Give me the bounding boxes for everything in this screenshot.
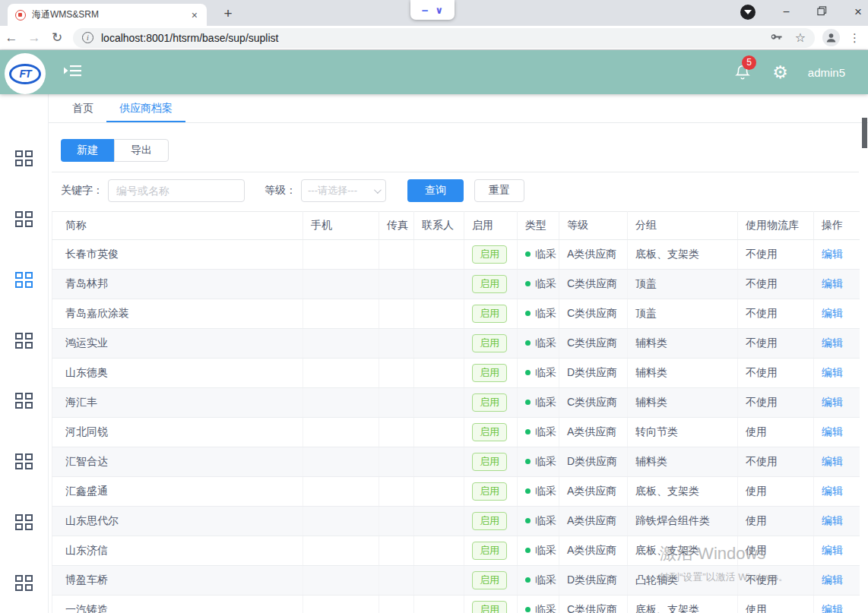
back-icon[interactable]: ← — [0, 30, 23, 46]
edit-link[interactable]: 编辑 — [822, 425, 843, 438]
edit-link[interactable]: 编辑 — [822, 514, 843, 526]
widget-minimize-icon[interactable]: − — [422, 4, 429, 17]
supplier-name-cell: 山东思代尔 — [52, 507, 303, 536]
edit-link[interactable]: 编辑 — [822, 574, 843, 586]
reset-button[interactable]: 重置 — [474, 179, 524, 202]
enabled-badge: 启用 — [472, 245, 507, 264]
supplier-fax-cell — [379, 566, 414, 596]
record-indicator-icon[interactable] — [740, 5, 756, 20]
sidebar-menu-item[interactable] — [0, 250, 48, 311]
supplier-type-cell: 临采 — [518, 299, 559, 329]
supplier-logistics-cell: 使用 — [738, 507, 814, 536]
column-header: 使用物流库 — [738, 212, 814, 240]
sidebar-collapse-icon[interactable] — [64, 64, 82, 81]
table-row[interactable]: 山东思代尔 启用 临采 A类供应商 蹄铁焊合组件类 使用 编辑 — [52, 507, 860, 536]
supplier-level-cell: C类供应商 — [559, 329, 628, 359]
edit-link[interactable]: 编辑 — [822, 366, 843, 378]
supplier-enabled-cell: 启用 — [464, 299, 518, 329]
tab-home[interactable]: 首页 — [59, 94, 106, 122]
enabled-badge: 启用 — [472, 423, 507, 441]
edit-link[interactable]: 编辑 — [822, 307, 843, 319]
edit-link[interactable]: 编辑 — [822, 603, 843, 613]
edit-link[interactable]: 编辑 — [822, 455, 843, 467]
supplier-actions-cell: 编辑 — [814, 240, 860, 270]
table-row[interactable]: 汇鑫盛通 启用 临采 A类供应商 底板、支架类 使用 编辑 — [52, 477, 860, 507]
bookmark-star-icon[interactable]: ☆ — [795, 30, 806, 45]
sidebar-menu-item[interactable] — [0, 552, 48, 613]
table-row[interactable]: 海汇丰 启用 临采 C类供应商 辅料类 不使用 编辑 — [52, 388, 860, 418]
page-scrollbar-thumb[interactable] — [862, 118, 867, 148]
sidebar-menu-item[interactable] — [0, 128, 48, 189]
edit-link[interactable]: 编辑 — [822, 337, 843, 349]
sidebar-menu-item[interactable] — [0, 492, 48, 553]
query-button[interactable]: 查询 — [407, 179, 464, 202]
site-info-icon[interactable]: i — [82, 32, 93, 43]
table-row[interactable]: 博盈车桥 启用 临采 D类供应商 凸轮轴类 不使用 编辑 — [52, 566, 860, 596]
window-minimize-button[interactable]: − — [783, 5, 790, 19]
notification-bell-button[interactable]: 5 — [734, 62, 752, 82]
supplier-actions-cell: 编辑 — [814, 270, 860, 299]
supplier-enabled-cell: 启用 — [464, 329, 518, 359]
url-text[interactable]: localhost:8001/htsrm/base/sup/suplist — [101, 32, 770, 44]
table-row[interactable]: 河北同锐 启用 临采 A类供应商 转向节类 使用 编辑 — [52, 418, 860, 447]
supplier-phone-cell — [303, 359, 379, 388]
password-key-icon[interactable] — [770, 31, 783, 44]
supplier-phone-cell — [303, 240, 379, 270]
tab-supplier-archive[interactable]: 供应商档案 — [106, 94, 185, 122]
supplier-name-cell: 汇鑫盛通 — [52, 477, 303, 507]
supplier-actions-cell: 编辑 — [814, 299, 860, 329]
browser-menu-icon[interactable]: ⋮ — [849, 31, 860, 45]
supplier-group-cell: 辅料类 — [628, 447, 738, 477]
edit-link[interactable]: 编辑 — [822, 485, 843, 497]
current-username[interactable]: admin5 — [808, 66, 845, 79]
browser-tab[interactable]: 海通WMS&SRM × — [8, 4, 207, 26]
address-bar[interactable]: i localhost:8001/htsrm/base/sup/suplist … — [73, 28, 815, 48]
main-panel: 首页 供应商档案 新建 导出 关键字： 等级： ---请选择--- 查询 重置 — [49, 94, 868, 613]
sidebar-menu-item[interactable] — [0, 371, 48, 431]
table-row[interactable]: 长春市英俊 启用 临采 A类供应商 底板、支架类 不使用 编辑 — [52, 240, 860, 270]
edit-link[interactable]: 编辑 — [822, 277, 843, 289]
supplier-name-cell: 汇智合达 — [52, 447, 303, 477]
tab-close-icon[interactable]: × — [190, 9, 199, 21]
new-button[interactable]: 新建 — [61, 139, 114, 162]
supplier-type-cell: 临采 — [518, 240, 559, 270]
supplier-enabled-cell: 启用 — [464, 388, 518, 418]
edit-link[interactable]: 编辑 — [822, 396, 843, 408]
table-row[interactable]: 青岛嘉欣涂装 启用 临采 C类供应商 顶盖 不使用 编辑 — [52, 299, 860, 329]
profile-avatar[interactable] — [822, 29, 840, 46]
window-close-button[interactable]: × — [854, 5, 862, 20]
reload-icon[interactable]: ↻ — [46, 30, 68, 46]
edit-link[interactable]: 编辑 — [822, 544, 843, 556]
supplier-name-cell: 长春市英俊 — [52, 240, 303, 270]
supplier-name-cell: 鸿运实业 — [52, 329, 303, 359]
extension-widget[interactable]: − ∨ — [410, 0, 455, 20]
supplier-fax-cell — [379, 329, 414, 359]
supplier-contact-cell — [414, 447, 464, 477]
settings-gear-icon[interactable]: ⚙ — [772, 64, 788, 81]
supplier-type-cell: 临采 — [518, 566, 559, 596]
supplier-name-cell: 山东济信 — [52, 536, 303, 566]
table-row[interactable]: 青岛林邦 启用 临采 C类供应商 顶盖 不使用 编辑 — [52, 270, 860, 299]
enabled-badge: 启用 — [472, 512, 507, 530]
supplier-contact-cell — [414, 359, 464, 388]
supplier-logistics-cell: 不使用 — [738, 447, 814, 477]
sidebar-menu-item[interactable] — [0, 189, 48, 250]
keyword-input[interactable] — [108, 179, 245, 202]
widget-chevron-down-icon[interactable]: ∨ — [436, 5, 444, 16]
table-row[interactable]: 一汽铸造 启用 临采 C类供应商 底板、支架类 使用 编辑 — [52, 596, 860, 613]
forward-icon[interactable]: → — [23, 30, 46, 46]
supplier-phone-cell — [303, 536, 379, 566]
enabled-badge: 启用 — [472, 334, 507, 352]
table-row[interactable]: 汇智合达 启用 临采 D类供应商 辅料类 不使用 编辑 — [52, 447, 860, 477]
export-button[interactable]: 导出 — [114, 139, 169, 162]
sidebar-menu-item[interactable] — [0, 431, 48, 492]
table-row[interactable]: 鸿运实业 启用 临采 C类供应商 辅料类 不使用 编辑 — [52, 329, 860, 359]
level-select[interactable]: ---请选择--- — [301, 179, 386, 202]
new-tab-button[interactable]: + — [219, 5, 237, 23]
table-row[interactable]: 山东济信 启用 临采 A类供应商 底板、支架类 使用 编辑 — [52, 536, 860, 566]
page-tabs: 首页 供应商档案 — [49, 94, 868, 123]
edit-link[interactable]: 编辑 — [822, 248, 843, 260]
sidebar-menu-item[interactable] — [0, 310, 48, 371]
window-restore-button[interactable] — [817, 5, 827, 19]
table-row[interactable]: 山东德奥 启用 临采 D类供应商 辅料类 不使用 编辑 — [52, 359, 860, 388]
